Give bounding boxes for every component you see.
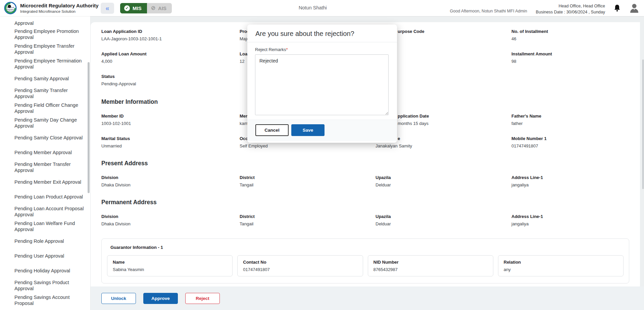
field-label: Upazila — [376, 175, 511, 180]
check-circle-icon: ✓ — [124, 5, 130, 11]
field-value: LAA-Jagoron-1003-102-1001-1 — [101, 36, 240, 41]
field-mobile-number-1: Mobile Number 1 01747491807 — [511, 136, 629, 149]
field-value: Delduar — [376, 182, 511, 187]
field-value: Self Employed — [240, 143, 376, 148]
sidebar-item-pending-role-approval[interactable]: Pending Role Approval — [14, 234, 84, 249]
sidebar-nav: Approval Pending Employee Promotion Appr… — [0, 16, 91, 310]
sidebar-item-pending-loan-account-proposal-approval[interactable]: Pending Loan Account Proposal Approval — [14, 204, 84, 219]
header-right-zone: Good Afternoon, Notun Shathi MFI Admin H… — [450, 0, 639, 16]
present-address-row: Division Dhaka Division District Tangail… — [101, 175, 629, 197]
sidebar-item-pending-holiday-approval[interactable]: Pending Holiday Approval — [14, 263, 84, 278]
sidebar-item-pending-employee-termination-approval[interactable]: Pending Employee Termination Approval — [14, 56, 84, 71]
reject-remarks-textarea[interactable]: Rejected — [255, 54, 389, 115]
field-label: Division — [101, 175, 240, 180]
field-value: Unmarried — [101, 143, 240, 148]
sidebar-item-pending-member-exit-approval[interactable]: Pending Member Exit Approval — [14, 175, 84, 189]
sidebar-collapse-button[interactable]: « — [101, 3, 114, 14]
field-value: 98 — [511, 59, 629, 64]
guarantor-title: Guarantor Information - 1 — [110, 245, 624, 250]
cancel-button[interactable]: Cancel — [255, 124, 289, 136]
reject-button[interactable]: Reject — [185, 293, 220, 304]
sidebar-item-pending-samity-transfer-approval[interactable]: Pending Samity Transfer Approval — [14, 86, 84, 101]
field-value: Tangail — [240, 221, 376, 226]
field-district: District Tangail — [240, 214, 376, 227]
field-value: 46 — [511, 36, 629, 41]
field-empty — [511, 74, 629, 87]
field-label: Father's Name — [511, 114, 629, 119]
field-label: Status — [101, 74, 240, 79]
user-avatar-icon[interactable] — [629, 3, 639, 13]
sidebar-item-pending-loan-product-approval[interactable]: Pending Loan Product Approval — [14, 189, 84, 204]
field-value: Dhaka Division — [101, 182, 240, 187]
dialog-body: Reject Remarks* Rejected — [247, 42, 397, 117]
reject-confirmation-dialog: Are you sure about the rejection? Reject… — [247, 25, 397, 143]
field-value: Pending-Approval — [101, 81, 240, 86]
brand-text: Microcredit Regulatory Authority Integra… — [20, 3, 99, 14]
mis-label: MIS — [133, 5, 142, 11]
dialog-header: Are you sure about the rejection? — [247, 25, 397, 42]
field-division: Division Dhaka Division — [101, 175, 240, 188]
field-loan-application-id: Loan Application ID LAA-Jagoron-1003-102… — [101, 29, 240, 42]
action-footer: Unlock Approve Reject — [91, 286, 644, 310]
sidebar-item-pending-employee-transfer-approval[interactable]: Pending Employee Transfer Approval — [14, 42, 84, 56]
brand: Microcredit Regulatory Authority Microcr… — [0, 2, 101, 14]
sidebar-item-pending-employee-promotion-approval[interactable]: Pending Employee Promotion Approval — [14, 27, 84, 42]
guarantor-cards: Name Sabina Yeasmin Contact No 017474918… — [107, 255, 624, 276]
field-address-line-1: Address Line-1 jangaliya — [511, 175, 629, 188]
field-label: Name — [113, 260, 227, 265]
sidebar-item-pending-savings-product-approval[interactable]: Pending Savings Product Approval — [14, 278, 84, 293]
sidebar-item-pending-user-approval[interactable]: Pending User Approval — [14, 249, 84, 263]
app-subtitle: Integrated Microfinance Solution — [20, 9, 99, 13]
sidebar-item-pending-samity-close-approval[interactable]: Pending Samity Close Approval — [14, 130, 84, 145]
unlock-button[interactable]: Unlock — [101, 293, 136, 304]
reject-remarks-label-text: Reject Remarks — [255, 47, 286, 52]
field-upazila: Upazila Delduar — [376, 175, 511, 188]
field-value: 01747491807 — [243, 267, 357, 272]
field-upazila: Upazila Delduar — [376, 214, 511, 227]
sidebar-menu: Approval Pending Employee Promotion Appr… — [0, 16, 90, 310]
field-label: Marital Status — [101, 136, 240, 141]
save-button[interactable]: Save — [291, 124, 325, 136]
sidebar-item-pending-savings-account-proposal[interactable]: Pending Savings Account Proposal — [14, 293, 84, 308]
field-marital-status: Marital Status Unmarried — [101, 136, 240, 149]
mra-logo-icon: Microcredit Regulatory Authority — [4, 2, 17, 14]
sidebar-scrollbar[interactable] — [88, 62, 90, 193]
field-value: 1003-102-1001 — [101, 121, 240, 126]
guarantor-box: Guarantor Information - 1 Name Sabina Ye… — [101, 238, 629, 283]
field-status: Status Pending-Approval — [101, 74, 240, 87]
double-chevron-left-icon: « — [105, 4, 109, 12]
business-date-text: Business Date : 30/06/2024 , Sunday — [536, 9, 605, 15]
mis-tab[interactable]: ✓ MIS — [120, 3, 147, 13]
field-label: District — [240, 175, 376, 180]
field-value: jangaliya — [511, 221, 629, 226]
sidebar-item-pending-member-transfer-approval[interactable]: Pending Member Transfer Approval — [14, 160, 84, 175]
dialog-footer: Cancel Save — [247, 120, 397, 141]
svg-text:Microcredit: Microcredit — [7, 7, 14, 8]
guarantor-contact-card: Contact No 01747491807 — [237, 255, 363, 276]
sidebar-item-pending-samity-approval[interactable]: Pending Samity Approval — [14, 71, 84, 86]
ais-label: AIS — [158, 5, 166, 11]
sidebar-item-pending-field-officer-change-approval[interactable]: Pending Field Officer Change Approval — [14, 101, 84, 116]
page-scrollbar[interactable] — [642, 59, 644, 189]
permanent-address-row: Division Dhaka Division District Tangail… — [101, 214, 629, 236]
field-value: 8765432987 — [374, 267, 488, 272]
sidebar-item-pending-samity-day-change-approval[interactable]: Pending Samity Day Change Approval — [14, 116, 84, 130]
guarantor-name-card: Name Sabina Yeasmin — [107, 255, 233, 276]
office-text: Head Office, Head Office — [536, 3, 605, 9]
guarantor-nid-card: NID Number 8765432987 — [368, 255, 493, 276]
sidebar-item-approval-clipped[interactable]: Approval — [14, 16, 84, 27]
field-label: pplication Date — [398, 114, 511, 119]
sidebar-item-pending-dps-clipped[interactable]: Pending DPS — [14, 308, 84, 310]
app-title: Microcredit Regulatory Authority — [20, 3, 99, 9]
sidebar-item-pending-loan-welfare-fund-approval[interactable]: Pending Loan Welfare Fund Approval — [14, 219, 84, 234]
permanent-address-title: Permanent Address — [101, 199, 629, 206]
approve-button[interactable]: Approve — [143, 293, 178, 304]
field-value: Dhaka Division — [101, 221, 240, 226]
field-label: District — [240, 214, 376, 219]
field-label: Installment Amount — [511, 51, 629, 56]
field-label: Address Line-1 — [511, 175, 629, 180]
field-value: months 15 days — [398, 121, 511, 126]
notifications-bell-icon[interactable] — [614, 4, 621, 12]
ais-tab[interactable]: ⊘ AIS — [147, 3, 172, 13]
sidebar-item-pending-member-approval[interactable]: Pending Member Approval — [14, 145, 84, 160]
